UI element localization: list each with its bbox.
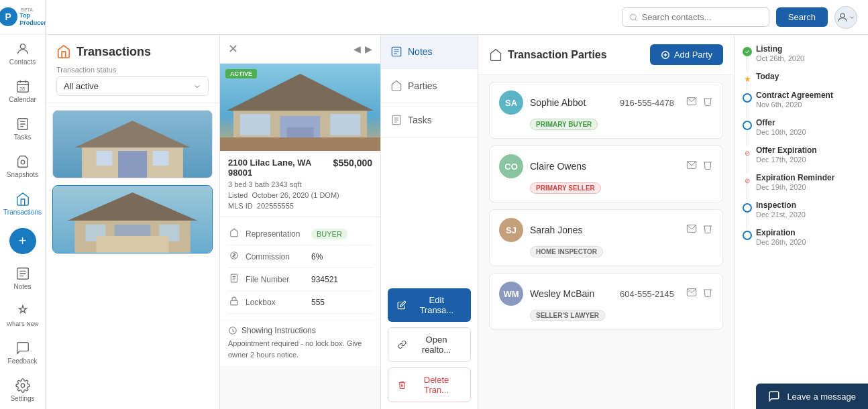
tab-notes[interactable]: Notes — [381, 35, 478, 69]
mls-label: MLS ID — [228, 202, 253, 210]
sidebar-item-tasks[interactable]: Tasks — [0, 110, 45, 148]
email-sophie-button[interactable] — [686, 96, 697, 109]
tab-notes-label: Notes — [408, 46, 433, 57]
leave-message-button[interactable]: Leave a message — [756, 384, 868, 409]
detail-panel: ✕ ◀ ▶ ACTIVE — [220, 35, 381, 409]
timeline-contract: Contract Agreement Nov 6th, 2020 — [743, 91, 860, 109]
svg-rect-15 — [153, 151, 169, 166]
timeline-date-contract: Nov 6th, 2020 — [756, 101, 860, 109]
sidebar-item-settings[interactable]: Settings — [0, 371, 45, 409]
prev-button[interactable]: ◀ — [354, 44, 361, 54]
transaction-card[interactable]: ACTIVE — [52, 185, 213, 253]
dropdown-icon — [193, 82, 201, 91]
mail-icon — [686, 223, 697, 234]
next-button[interactable]: ▶ — [365, 44, 372, 54]
sidebar-item-whats-new[interactable]: What's New — [0, 297, 45, 334]
party-card-wesley: WM Wesley McBain 604-555-2145 SELLE — [489, 273, 723, 330]
transaction-card[interactable]: ACTIVE — [52, 110, 213, 178]
add-party-label: Add Party — [674, 50, 712, 60]
file-icon — [229, 274, 240, 285]
parties-title-text: Transaction Parties — [508, 49, 607, 61]
svg-rect-22 — [97, 236, 169, 253]
svg-text:28: 28 — [19, 85, 25, 91]
search-button[interactable]: Search — [776, 7, 828, 27]
search-input[interactable] — [641, 12, 761, 22]
status-select[interactable]: All active — [56, 76, 209, 96]
delete-sophie-button[interactable] — [702, 96, 713, 109]
feedback-icon — [15, 341, 30, 355]
party-badge-sarah: HOME INSPECTOR — [530, 246, 603, 257]
sidebar-label-tasks: Tasks — [14, 133, 32, 141]
delete-transaction-button[interactable]: Delete Tran... — [388, 367, 471, 402]
party-actions — [686, 96, 713, 109]
timeline-label-today: Today — [756, 72, 860, 81]
party-name-sophie: Sophie Abbot — [530, 97, 613, 108]
party-name-claire: Claire Owens — [530, 161, 667, 172]
party-row: SJ Sarah Jones — [499, 218, 713, 242]
timeline-label-listing: Listing — [756, 44, 860, 54]
sidebar-label-notes: Notes — [13, 283, 31, 290]
listed-value: October 26, 2020 (1 DOM) — [252, 191, 339, 199]
timeline-dot-offer — [743, 121, 752, 130]
add-party-button[interactable]: Add Party — [650, 44, 723, 65]
calendar-icon: 28 — [15, 79, 30, 94]
sidebar-item-calendar[interactable]: 28 Calendar — [0, 72, 45, 110]
user-icon — [836, 11, 849, 23]
party-row: WM Wesley McBain 604-555-2145 — [499, 282, 713, 306]
edit-transaction-button[interactable]: Edit Transa... — [388, 288, 471, 322]
sidebar: P BETA TopProducer Contacts 28 Calendar … — [0, 0, 46, 409]
delete-sarah-button[interactable] — [702, 223, 713, 237]
tab-parties[interactable]: Parties — [381, 69, 478, 103]
detail-header: ✕ ◀ ▶ — [220, 35, 380, 64]
fab-create[interactable]: + — [9, 228, 36, 254]
parties-tab-icon — [390, 80, 402, 92]
timeline-panel: Listing Oct 26th, 2020 ★ Today Contract … — [734, 35, 868, 409]
listed-label: Listed — [228, 191, 248, 199]
lock-icon — [229, 296, 240, 308]
user-avatar[interactable] — [834, 6, 857, 29]
open-realtor-label: Open realto... — [412, 335, 461, 355]
notes-icon — [15, 266, 30, 281]
email-claire-button[interactable] — [686, 160, 697, 173]
showing-text: Appointment required - no lock box. Give… — [228, 338, 372, 360]
snapshots-icon — [15, 154, 30, 169]
email-sarah-button[interactable] — [686, 223, 697, 237]
tasks-icon — [15, 117, 30, 131]
sidebar-item-snapshots[interactable]: Snapshots — [0, 148, 45, 185]
party-avatar-sa: SA — [499, 91, 523, 115]
parties-list: SA Sophie Abbot 916-555-4478 PRIMAR — [478, 75, 734, 409]
showing-title: Showing Instructions — [228, 326, 372, 335]
sidebar-item-transactions[interactable]: Transactions — [0, 185, 45, 223]
notes-tab-icon — [390, 46, 402, 58]
delete-claire-button[interactable] — [702, 160, 713, 173]
commission-icon — [229, 251, 240, 262]
delete-wesley-button[interactable] — [702, 287, 713, 300]
email-wesley-button[interactable] — [686, 287, 697, 300]
add-icon — [661, 50, 670, 60]
sidebar-item-contacts[interactable]: Contacts — [0, 35, 45, 72]
svg-rect-13 — [118, 151, 147, 178]
logo: P BETA TopProducer — [0, 0, 45, 35]
detail-image: ACTIVE — [220, 64, 380, 151]
parties-header: Transaction Parties Add Party — [478, 35, 734, 75]
timeline-dot-listing — [743, 47, 752, 56]
transactions-header: Transactions Transaction status All acti… — [46, 35, 219, 103]
status-filter-label: Transaction status — [56, 66, 209, 74]
logo-icon: P — [0, 7, 17, 26]
timeline-expiration: Expiration Dec 26th, 2020 — [743, 228, 860, 246]
open-realtor-button[interactable]: Open realto... — [388, 327, 471, 362]
representation-label: Representation — [246, 229, 306, 239]
delete-transaction-label: Delete Tran... — [412, 375, 461, 395]
trash-icon — [702, 223, 713, 234]
tab-actions: Edit Transa... Open realto... Delete Tra… — [381, 282, 478, 409]
sidebar-item-notes[interactable]: Notes — [0, 259, 45, 297]
trash-icon — [702, 160, 713, 170]
tab-tasks[interactable]: Tasks — [381, 103, 478, 137]
close-button[interactable]: ✕ — [228, 42, 238, 56]
sidebar-label-transactions: Transactions — [3, 209, 42, 216]
trash-icon — [702, 96, 713, 107]
card-image — [53, 186, 212, 253]
sidebar-item-feedback[interactable]: Feedback — [0, 334, 45, 371]
sidebar-label-settings: Settings — [10, 395, 34, 402]
search-bar[interactable] — [622, 7, 769, 27]
